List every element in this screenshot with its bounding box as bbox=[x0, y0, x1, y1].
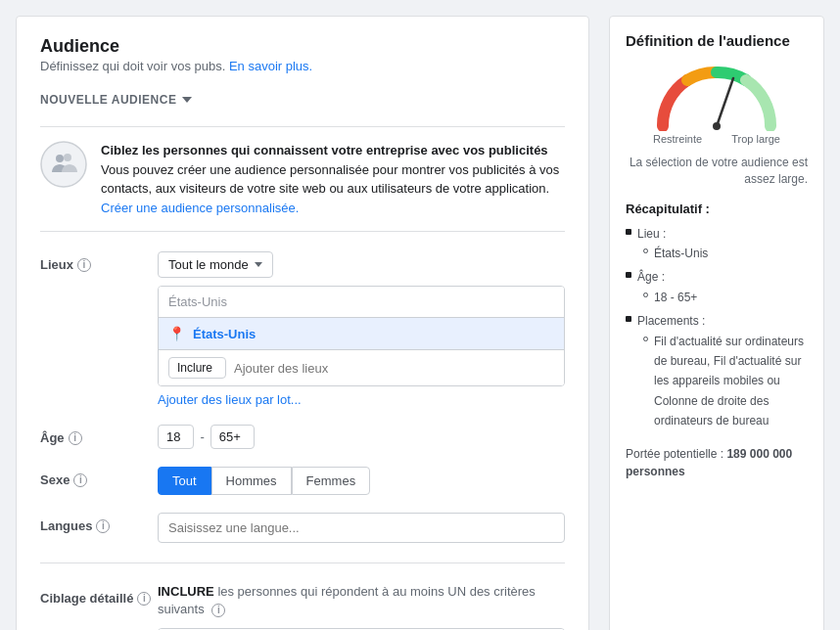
section-divider bbox=[40, 562, 565, 563]
learn-more-link[interactable]: En savoir plus. bbox=[229, 59, 312, 73]
info-banner: Ciblez les personnes qui connaissent vot… bbox=[40, 126, 565, 232]
lieux-info-icon[interactable]: i bbox=[77, 258, 91, 272]
recap-bullet-icon bbox=[626, 229, 631, 235]
svg-point-2 bbox=[64, 154, 71, 161]
recap-placements: Placements : bbox=[626, 311, 808, 331]
lieux-label: Lieux i bbox=[40, 251, 158, 272]
ciblage-description: INCLURE les personnes qui répondent à au… bbox=[158, 583, 565, 618]
location-box: États-Unis 📍 États-Unis Inclure bbox=[158, 286, 565, 386]
recap-sub-bullet-icon bbox=[643, 337, 648, 341]
svg-point-4 bbox=[713, 122, 721, 130]
recap-age-sub: 18 - 65+ bbox=[626, 288, 808, 307]
info-banner-text: Ciblez les personnes qui connaissent vot… bbox=[101, 141, 565, 217]
langues-control bbox=[158, 513, 565, 543]
age-row: Âge i 18 - 65+ bbox=[40, 425, 565, 449]
gauge-label-right: Trop large bbox=[731, 133, 780, 145]
location-search-text: États-Unis bbox=[159, 287, 564, 318]
age-inputs: 18 - 65+ bbox=[158, 425, 565, 449]
recap-title: Récapitulatif : bbox=[626, 202, 808, 216]
svg-point-1 bbox=[56, 155, 64, 162]
age-max-select[interactable]: 65+ bbox=[210, 425, 255, 449]
page-title: Audience bbox=[40, 36, 565, 57]
portee-text: Portée potentielle : 189 000 000 personn… bbox=[626, 445, 808, 480]
add-lots-link[interactable]: Ajouter des lieux par lot... bbox=[158, 392, 302, 407]
recap-lieu: Lieu : bbox=[626, 224, 808, 244]
page-header: Audience Définissez qui doit voir vos pu… bbox=[40, 36, 565, 73]
ciblage-content: INCLURE les personnes qui répondent à au… bbox=[158, 583, 565, 630]
gauge-label-left: Restreinte bbox=[653, 133, 702, 145]
nouvelle-audience-button[interactable]: NOUVELLE AUDIENCE bbox=[40, 89, 192, 111]
sidebar-panel: Définition de l'audience bbox=[609, 16, 824, 630]
age-info-icon[interactable]: i bbox=[69, 431, 82, 445]
gender-hommes-button[interactable]: Hommes bbox=[211, 467, 292, 495]
chevron-down-icon bbox=[182, 97, 192, 103]
ciblage-label: Ciblage détaillé i bbox=[40, 583, 158, 606]
gauge-svg bbox=[653, 63, 780, 131]
ciblage-criteria-info-icon[interactable]: i bbox=[211, 604, 225, 617]
age-min-select[interactable]: 18 bbox=[158, 425, 194, 449]
recap-bullet-icon bbox=[626, 272, 631, 278]
ciblage-info-icon[interactable]: i bbox=[137, 592, 151, 606]
recap-bullet-icon bbox=[626, 316, 631, 322]
lieux-row: Lieux i Tout le monde États-Unis 📍 États… bbox=[40, 251, 565, 407]
sexe-row: Sexe i Tout Hommes Femmes bbox=[40, 467, 565, 495]
create-audience-link[interactable]: Créer une audience personnalisée. bbox=[101, 201, 299, 215]
lieux-dropdown[interactable]: Tout le monde bbox=[158, 251, 273, 278]
age-separator: - bbox=[200, 429, 204, 444]
location-pin-icon: 📍 bbox=[168, 326, 185, 341]
langues-info-icon[interactable]: i bbox=[96, 519, 110, 533]
age-control: 18 - 65+ bbox=[158, 425, 565, 449]
gender-tout-button[interactable]: Tout bbox=[158, 467, 211, 495]
lieux-control: Tout le monde États-Unis 📍 États-Unis In… bbox=[158, 251, 565, 407]
sidebar-title: Définition de l'audience bbox=[626, 32, 808, 49]
chevron-down-icon bbox=[255, 262, 262, 267]
sexe-label: Sexe i bbox=[40, 467, 158, 487]
sexe-control: Tout Hommes Femmes bbox=[158, 467, 565, 495]
recap-placements-sub: Fil d'actualité sur ordinateurs de burea… bbox=[626, 332, 808, 431]
sidebar-note: La sélection de votre audience est assez… bbox=[626, 155, 808, 188]
svg-point-0 bbox=[41, 142, 86, 187]
audience-icon bbox=[40, 141, 87, 188]
age-label: Âge i bbox=[40, 425, 158, 445]
gender-button-group: Tout Hommes Femmes bbox=[158, 467, 565, 495]
location-selected-item[interactable]: 📍 États-Unis bbox=[159, 318, 564, 350]
langues-label: Langues i bbox=[40, 513, 158, 533]
recap-sub-bullet-icon bbox=[643, 248, 648, 253]
page-subtitle: Définissez qui doit voir vos pubs. En sa… bbox=[40, 59, 565, 73]
recap-lieu-sub: États-Unis bbox=[626, 244, 808, 263]
gauge-container: Restreinte Trop large bbox=[626, 63, 808, 145]
recap-sub-bullet-icon bbox=[643, 292, 648, 297]
include-dropdown[interactable]: Inclure bbox=[168, 357, 226, 379]
langues-row: Langues i bbox=[40, 513, 565, 543]
gender-femmes-button[interactable]: Femmes bbox=[292, 467, 371, 495]
gauge-labels: Restreinte Trop large bbox=[653, 133, 780, 145]
recap-list: Lieu : États-Unis Âge : 18 - 65+ bbox=[626, 224, 808, 431]
svg-line-3 bbox=[717, 78, 733, 126]
location-controls: Inclure bbox=[159, 350, 564, 385]
langues-input[interactable] bbox=[158, 513, 565, 543]
ciblage-row: Ciblage détaillé i INCLURE les personnes… bbox=[40, 583, 565, 630]
add-location-input[interactable] bbox=[234, 361, 554, 376]
recap-age: Âge : bbox=[626, 267, 808, 287]
sexe-info-icon[interactable]: i bbox=[73, 473, 87, 487]
